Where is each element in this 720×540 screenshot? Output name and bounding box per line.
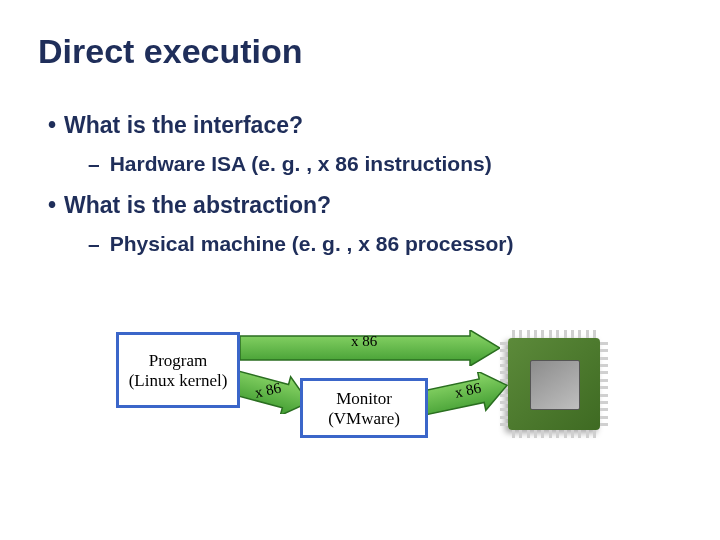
bullet-text: What is the abstraction? <box>64 192 331 218</box>
bullet-interface-q: •What is the interface? <box>48 112 303 139</box>
program-line1: Program <box>119 351 237 371</box>
monitor-line1: Monitor <box>303 389 425 409</box>
program-box: Program (Linux kernel) <box>116 332 240 408</box>
monitor-box: Monitor (VMware) <box>300 378 428 438</box>
dash-icon: – <box>88 152 110 175</box>
bullet-interface-a: –Hardware ISA (e. g. , x 86 instructions… <box>88 152 492 176</box>
bullet-abstraction-a: –Physical machine (e. g. , x 86 processo… <box>88 232 514 256</box>
bullet-abstraction-q: •What is the abstraction? <box>48 192 331 219</box>
program-line2: (Linux kernel) <box>119 371 237 391</box>
bullet-dot-icon: • <box>48 192 64 218</box>
slide: Direct execution •What is the interface?… <box>0 0 720 540</box>
bullet-text: Hardware ISA (e. g. , x 86 instructions) <box>110 152 492 175</box>
bullet-text: Physical machine (e. g. , x 86 processor… <box>110 232 514 255</box>
bullet-dot-icon: • <box>48 112 64 138</box>
dash-icon: – <box>88 232 110 255</box>
bullet-text: What is the interface? <box>64 112 303 138</box>
arrow-top-label: x 86 <box>344 333 384 350</box>
monitor-line2: (VMware) <box>303 409 425 429</box>
slide-title: Direct execution <box>38 32 303 71</box>
processor-chip-icon <box>500 330 608 438</box>
